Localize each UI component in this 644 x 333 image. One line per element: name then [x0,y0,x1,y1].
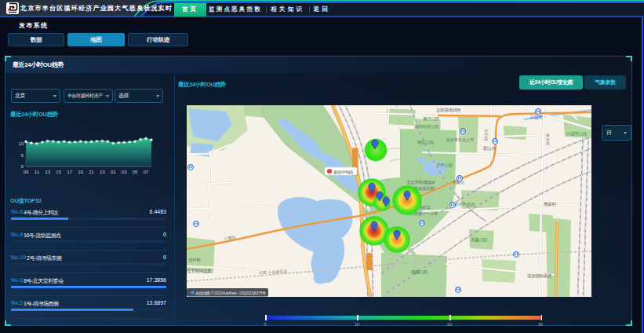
svg-text:白盆窑: 白盆窑 [530,115,543,120]
svg-text:北京华侨城国际: 北京华侨城国际 [406,180,435,185]
svg-text:看丹公园: 看丹公园 [423,116,439,122]
svg-text:高鑫公园: 高鑫公园 [471,237,487,243]
svg-text:丰科路: 丰科路 [483,129,489,141]
svg-text:御景公园: 御景公园 [417,140,434,145]
svg-text:樊家村: 樊家村 [544,202,556,207]
svg-text:5: 5 [21,153,24,158]
svg-text:13: 13 [45,170,50,174]
svg-text:10: 10 [18,141,24,146]
svg-text:槐建公园: 槐建公园 [411,269,428,275]
svg-text:0: 0 [21,164,24,169]
svg-text:花乡国际家居: 花乡国际家居 [527,273,552,279]
svg-text:21: 21 [89,170,94,174]
svg-text:总部基地18区: 总部基地18区 [435,108,461,113]
svg-text:造文村回迁房: 造文村回迁房 [187,269,212,274]
svg-text:07: 07 [144,170,149,174]
svg-text:紫谷伊甸园: 紫谷伊甸园 [333,170,353,175]
svg-text:09: 09 [24,170,29,174]
svg-text:03: 03 [122,170,127,174]
svg-text:15: 15 [56,170,61,174]
svg-text:新华双拥公园: 新华双拥公园 [414,124,438,130]
svg-text:造甲村: 造甲村 [188,258,201,263]
svg-text:05: 05 [133,170,138,174]
svg-text:01: 01 [111,170,116,174]
svg-text:高德地图 © 2021AutoNavi - GS(2021): 高德地图 © 2021AutoNavi - GS(2021)6375号 [195,291,266,296]
svg-text:白盆窑公园: 白盆窑公园 [566,131,587,137]
svg-text:世界公园: 世界公园 [436,163,453,167]
svg-text:17: 17 [67,170,72,174]
svg-text:23: 23 [100,170,105,174]
svg-text:北京市丰台八中: 北京市丰台八中 [446,137,474,143]
svg-text:19: 19 [78,170,83,174]
svg-text:11: 11 [35,170,40,174]
svg-text:郭公庄: 郭公庄 [483,146,496,152]
